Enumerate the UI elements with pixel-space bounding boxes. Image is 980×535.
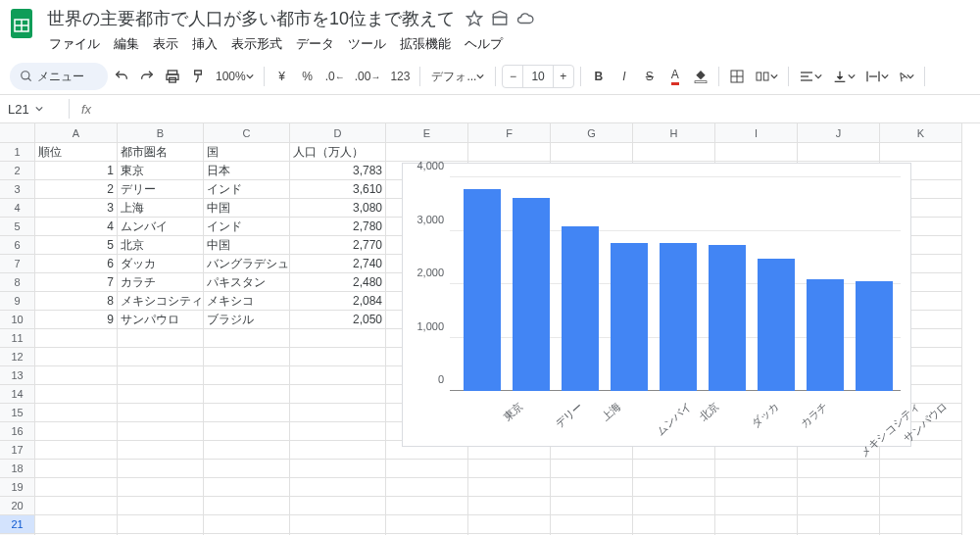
- cell[interactable]: [35, 441, 118, 460]
- zoom-dropdown[interactable]: 100%: [212, 64, 258, 89]
- fontsize-minus[interactable]: −: [503, 66, 522, 87]
- cell[interactable]: 5: [35, 236, 118, 255]
- row-header[interactable]: 13: [0, 366, 35, 385]
- cell[interactable]: [204, 515, 290, 534]
- menu-extensions[interactable]: 拡張機能: [394, 33, 457, 55]
- name-box[interactable]: L21: [8, 102, 57, 117]
- menu-tools[interactable]: ツール: [342, 33, 392, 55]
- cell[interactable]: [290, 422, 386, 441]
- row-header[interactable]: 7: [0, 255, 35, 273]
- cell[interactable]: 2,740: [290, 255, 386, 273]
- cell[interactable]: ブラジル: [204, 311, 290, 329]
- cell[interactable]: [633, 515, 715, 534]
- cell[interactable]: 順位: [35, 143, 118, 162]
- borders-button[interactable]: [725, 64, 749, 89]
- col-header[interactable]: I: [715, 123, 798, 143]
- cell[interactable]: [35, 478, 118, 497]
- cell[interactable]: [204, 348, 290, 366]
- cell[interactable]: [118, 385, 204, 404]
- row-header[interactable]: 5: [0, 218, 35, 236]
- cell[interactable]: [118, 497, 204, 515]
- merge-button[interactable]: [751, 64, 782, 89]
- cell[interactable]: 3,610: [290, 180, 386, 199]
- cell[interactable]: サンパウロ: [118, 311, 204, 329]
- cell[interactable]: [715, 143, 798, 162]
- cell[interactable]: 7: [35, 273, 118, 292]
- col-header[interactable]: B: [118, 123, 204, 143]
- row-header[interactable]: 3: [0, 180, 35, 199]
- cell[interactable]: [118, 422, 204, 441]
- row-header[interactable]: 4: [0, 199, 35, 218]
- cell[interactable]: [35, 385, 118, 404]
- row-header[interactable]: 21: [0, 515, 35, 534]
- cell[interactable]: [386, 478, 468, 497]
- row-header[interactable]: 2: [0, 162, 35, 180]
- cell[interactable]: [204, 385, 290, 404]
- embedded-chart[interactable]: 01,0002,0003,0004,000東京デリー上海ムンバイ北京ダッカカラチ…: [402, 163, 911, 447]
- col-header[interactable]: H: [633, 123, 715, 143]
- cell[interactable]: 1: [35, 162, 118, 180]
- cell[interactable]: デリー: [118, 180, 204, 199]
- col-header[interactable]: C: [204, 123, 290, 143]
- cell[interactable]: ムンバイ: [118, 218, 204, 236]
- cell[interactable]: [633, 478, 715, 497]
- row-header[interactable]: 9: [0, 292, 35, 311]
- increase-decimal-button[interactable]: .00→: [351, 64, 385, 89]
- bold-button[interactable]: B: [587, 64, 611, 89]
- star-icon[interactable]: [465, 9, 484, 28]
- menu-format[interactable]: 表示形式: [225, 33, 288, 55]
- row-header[interactable]: 1: [0, 143, 35, 162]
- cell[interactable]: [290, 497, 386, 515]
- cell[interactable]: [204, 478, 290, 497]
- cell[interactable]: 8: [35, 292, 118, 311]
- menu-insert[interactable]: 挿入: [186, 33, 223, 55]
- spreadsheet-grid[interactable]: 12345678910111213141516171819202122ABCDE…: [0, 123, 980, 535]
- col-header[interactable]: A: [35, 123, 118, 143]
- menu-view[interactable]: 表示: [147, 33, 184, 55]
- more-formats-button[interactable]: 123: [386, 64, 414, 89]
- cell[interactable]: [204, 441, 290, 460]
- menu-file[interactable]: ファイル: [43, 33, 106, 55]
- text-color-button[interactable]: A: [663, 64, 687, 89]
- cell[interactable]: [880, 478, 962, 497]
- undo-button[interactable]: [110, 64, 133, 89]
- cell[interactable]: [204, 329, 290, 348]
- cell[interactable]: [880, 497, 962, 515]
- col-header[interactable]: G: [551, 123, 633, 143]
- select-all-corner[interactable]: [0, 123, 35, 143]
- cell[interactable]: メキシコシティ: [118, 292, 204, 311]
- cell[interactable]: 9: [35, 311, 118, 329]
- cell[interactable]: [798, 460, 880, 478]
- row-header[interactable]: 20: [0, 497, 35, 515]
- cell[interactable]: [633, 143, 715, 162]
- cell[interactable]: [35, 404, 118, 422]
- cell[interactable]: 日本: [204, 162, 290, 180]
- row-header[interactable]: 14: [0, 385, 35, 404]
- row-header[interactable]: 15: [0, 404, 35, 422]
- currency-button[interactable]: ¥: [270, 64, 294, 89]
- cell[interactable]: [551, 497, 633, 515]
- cell[interactable]: [35, 422, 118, 441]
- print-button[interactable]: [161, 64, 184, 89]
- cell[interactable]: [551, 515, 633, 534]
- cell[interactable]: [35, 329, 118, 348]
- cell[interactable]: 2,770: [290, 236, 386, 255]
- cell[interactable]: [386, 460, 468, 478]
- cell[interactable]: [290, 366, 386, 385]
- cell[interactable]: 上海: [118, 199, 204, 218]
- cell[interactable]: [290, 329, 386, 348]
- cell[interactable]: 6: [35, 255, 118, 273]
- cell[interactable]: [386, 515, 468, 534]
- cell[interactable]: 国: [204, 143, 290, 162]
- cell[interactable]: [798, 143, 880, 162]
- cell[interactable]: 3,783: [290, 162, 386, 180]
- doc-title[interactable]: 世界の主要都市で人口が多い都市を10位まで教えて: [43, 6, 459, 31]
- cell[interactable]: [880, 515, 962, 534]
- row-header[interactable]: 8: [0, 273, 35, 292]
- cell[interactable]: メキシコ: [204, 292, 290, 311]
- fontsize-plus[interactable]: +: [554, 66, 573, 87]
- cell[interactable]: [35, 497, 118, 515]
- cell[interactable]: [118, 478, 204, 497]
- row-header[interactable]: 19: [0, 478, 35, 497]
- col-header[interactable]: E: [386, 123, 468, 143]
